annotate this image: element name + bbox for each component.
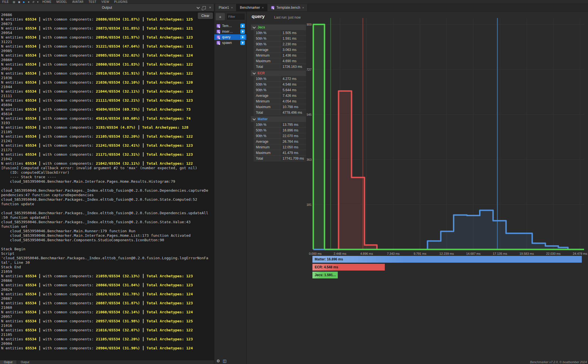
play-icon	[242, 36, 244, 38]
console-line: N entities 65534 ┃ with common component…	[1, 125, 214, 130]
bench-script-icon	[216, 24, 220, 28]
tab-benchmarker[interactable]: Benchmarker×	[236, 4, 267, 11]
close-icon[interactable]: ×	[231, 6, 233, 9]
menu-view[interactable]: VIEW	[101, 0, 109, 3]
console-line	[1, 206, 214, 211]
tab-output-active[interactable]: Output	[0, 360, 16, 364]
clear-button[interactable]: Clear	[198, 13, 213, 19]
benchmark-item-label: inser…	[222, 30, 233, 34]
console-line: N entities 65534 ┃ with common component…	[1, 283, 214, 287]
tab-template-bench[interactable]: Template.bench×	[267, 4, 308, 11]
benchmark-item-spawn[interactable]: spawn	[214, 40, 246, 46]
section-header-jecs[interactable]: Jecs	[251, 24, 306, 30]
console-line: N entities 65534 ┃ with common component…	[1, 301, 214, 305]
section-header-ecr[interactable]: ECR	[251, 70, 306, 76]
stat-row: 50th %16.896 ms	[254, 128, 306, 133]
console-line: 20887	[1, 296, 214, 301]
stop-icon[interactable]: ■	[28, 1, 29, 3]
stat-row: 90th %2.230 ms	[254, 41, 306, 47]
console-line: 20954	[1, 31, 214, 35]
clipboard-icon[interactable]: ▤	[13, 1, 15, 3]
stat-value: 13.795 ms	[280, 122, 306, 127]
stat-label: Average	[254, 93, 280, 98]
stat-row: 90th %5.644 ms	[254, 87, 306, 93]
settings-gear-icon[interactable]: ⚙	[216, 359, 220, 363]
stat-value: 5.644 ms	[280, 87, 306, 93]
console-line: N entities 65534 ┃ with common component…	[1, 35, 214, 40]
output-panel: Output × 20886N entities 65534 ┃ with co…	[0, 4, 214, 364]
svg-text:181: 181	[307, 203, 312, 206]
svg-text:12.239 ms: 12.239 ms	[439, 252, 454, 255]
svg-text:24.478 ms: 24.478 ms	[573, 252, 587, 255]
benchmarker-plugin-region: Place1×Benchmarker×Template.bench× + Tem…	[214, 4, 588, 364]
stat-value: 4.548 ms	[280, 82, 306, 87]
console-line: 21105	[1, 332, 214, 337]
bench-script-icon	[216, 35, 220, 39]
console-line: cloud_5853950046.Benchmarker.Main.Interf…	[1, 233, 214, 238]
benchmark-item-Tem[interactable]: Tem…	[214, 23, 246, 29]
benchmark-item-inser[interactable]: inser…	[214, 29, 246, 34]
console-line: N entities 65534 ┃ with common component…	[1, 80, 214, 85]
stat-label: Average	[254, 47, 280, 52]
svg-text:19.583 ms: 19.583 ms	[519, 252, 534, 255]
console-line: tal', Line 30	[1, 260, 214, 265]
menu-file[interactable]: FILE	[2, 0, 9, 3]
run-benchmark-button[interactable]	[240, 24, 245, 28]
menu-test[interactable]: TEST	[89, 0, 97, 3]
tab-output-secondary[interactable]: Output	[16, 361, 34, 364]
stat-row: Minimum4.054 ms	[254, 99, 306, 104]
play-icon	[242, 25, 244, 27]
console-line: 21044	[1, 85, 214, 89]
chevron-down-icon[interactable]	[196, 6, 200, 9]
undo-icon[interactable]: ↺	[32, 1, 35, 3]
console-line	[1, 242, 214, 247]
section-header-matter[interactable]: Matter	[251, 116, 306, 122]
run-benchmark-button[interactable]	[240, 41, 245, 45]
stat-label: 10th %	[254, 30, 280, 35]
svg-text:9.791 ms: 9.791 ms	[413, 252, 426, 255]
run-benchmark-button[interactable]	[240, 29, 245, 34]
play-icon[interactable]: ▶	[23, 1, 25, 3]
menu-avatar[interactable]: AVATAR	[72, 0, 84, 3]
console-line: 21042	[1, 157, 214, 161]
close-icon[interactable]: ×	[262, 6, 264, 9]
menu-home[interactable]: HOME	[43, 0, 52, 3]
console-line: 20873	[1, 22, 214, 26]
console-line: 20985	[1, 49, 214, 53]
svg-text:14.687 ms: 14.687 ms	[466, 252, 481, 255]
docs-book-icon[interactable]: ◫	[223, 359, 227, 363]
benchmark-item-label: spawn	[222, 41, 232, 45]
paste-icon[interactable]: ▣	[18, 1, 21, 3]
menu-model[interactable]: MODEL	[57, 0, 67, 3]
svg-text:7.343 ms: 7.343 ms	[387, 252, 400, 255]
benchmark-item-query[interactable]: query	[214, 34, 246, 40]
close-icon[interactable]: ×	[209, 6, 211, 9]
stat-value: 17741.709 ms	[280, 156, 306, 161]
dropdown-icon[interactable]: ▾	[37, 1, 39, 3]
stat-label: 50th %	[254, 128, 280, 133]
console-line: cloud_5853950046.Benchmarker.Packages._I…	[1, 211, 214, 215]
add-benchmark-button[interactable]: +	[216, 13, 225, 20]
stat-label: Total	[254, 110, 280, 115]
stat-value: 3.063 ms	[280, 47, 306, 52]
stat-row: Maximum4.690 ms	[254, 58, 306, 64]
console-line: 21060	[1, 305, 214, 310]
tab-place1[interactable]: Place1×	[215, 4, 236, 11]
section-name: Matter	[258, 117, 268, 121]
console-line: 3193	[1, 121, 214, 125]
console-line: ---- Stack trace ----	[1, 175, 214, 179]
menu-plugins[interactable]: PLUGINS	[114, 0, 128, 3]
stat-label: Total	[254, 156, 280, 161]
quick-access-toolbar: ▤▣▶■↺▾	[13, 1, 38, 3]
console-line: N entities 65534 ┃ with common component…	[1, 17, 214, 22]
filter-input[interactable]	[226, 13, 245, 20]
console-line: cloud_5853950046.Benchmarker.Main.Interf…	[1, 179, 214, 184]
run-benchmark-button[interactable]	[240, 35, 245, 39]
console-line: N entities 65534 ┃ with common component…	[1, 152, 214, 157]
popout-icon[interactable]	[203, 6, 206, 9]
close-icon[interactable]: ×	[302, 6, 304, 9]
stat-value: 1.505 ms	[280, 30, 306, 35]
stat-value: 4.272 ms	[280, 76, 306, 81]
svg-text:909: 909	[307, 23, 312, 26]
output-console[interactable]: 20886N entities 65534 ┃ with common comp…	[0, 11, 214, 360]
